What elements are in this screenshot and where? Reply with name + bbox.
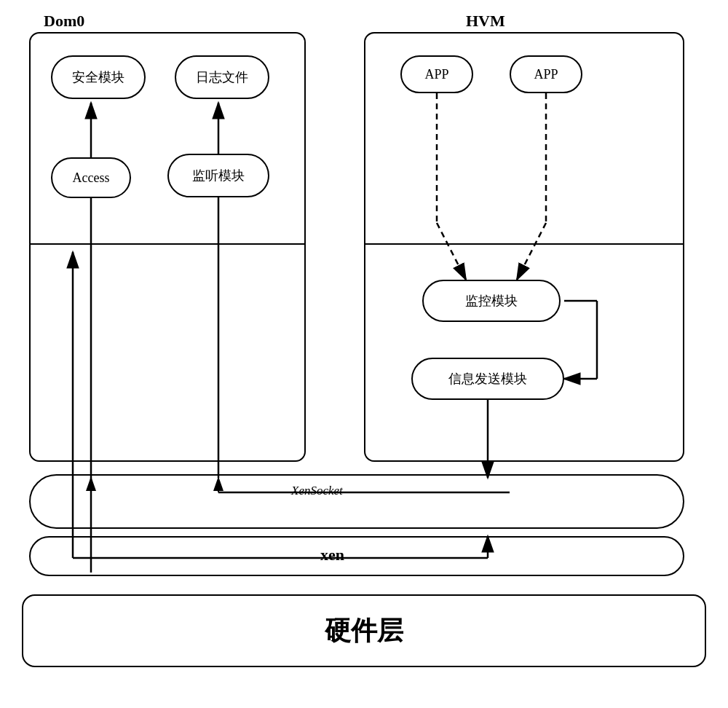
xen-box <box>29 536 684 576</box>
hardware-box: 硬件层 <box>22 594 706 667</box>
app2-node: APP <box>510 55 582 93</box>
diagram: Dom0 HVM 安全模块 日志文件 Access 监听模块 APP APP 监… <box>15 12 713 696</box>
message-send-module-node: 信息发送模块 <box>411 358 564 400</box>
hvm-label: HVM <box>466 12 505 31</box>
access-node: Access <box>51 157 131 198</box>
log-file-node: 日志文件 <box>175 55 269 99</box>
monitor-module-hvm-node: 监控模块 <box>422 280 561 322</box>
xensocket-label: XenSocket <box>291 484 343 498</box>
xen-label: xen <box>320 546 344 565</box>
hvm-divider <box>364 243 684 245</box>
monitor-module-dom0-node: 监听模块 <box>167 154 269 197</box>
dom0-divider <box>29 243 306 245</box>
dom0-label: Dom0 <box>44 12 84 31</box>
security-module-node: 安全模块 <box>51 55 146 99</box>
xen-socket-box <box>29 474 684 529</box>
app1-node: APP <box>400 55 473 93</box>
